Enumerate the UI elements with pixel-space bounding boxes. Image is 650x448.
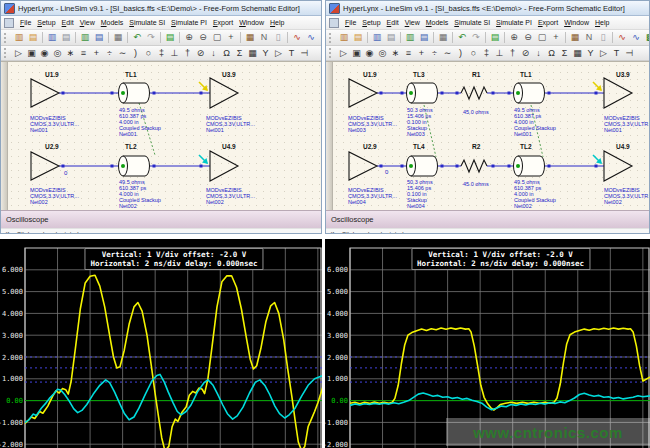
part-button-select[interactable]: ▷ [337, 47, 350, 60]
menu-item-setup[interactable]: Setup [34, 18, 58, 27]
pin-node[interactable] [595, 92, 598, 95]
pin-node[interactable] [456, 92, 459, 95]
part-button-via[interactable]: ◎ [51, 47, 64, 60]
menu-item-models[interactable]: Models [98, 18, 127, 27]
pin-node[interactable] [200, 92, 203, 95]
schematic-canvas[interactable]: U1.9MODvsEZIBISCMOS,3.3V,ULTR...Net001TL… [1, 61, 321, 210]
component-tl2[interactable]: TL249.5 ohms610.387 ps4.000 inCoupled St… [514, 143, 556, 209]
part-button-bracket[interactable]: ) [454, 47, 467, 60]
component-r2[interactable]: R245.0 ohms [461, 143, 489, 187]
toolbar-button-stackup-editor[interactable]: ▤ [163, 31, 177, 44]
toolbar-button-open[interactable]: ▥ [337, 31, 351, 44]
part-button-junction-star[interactable]: ∗ [389, 47, 402, 60]
component-u2-9[interactable]: U2.9MODvsEZIBISCMOS,3.3V,ULTR...Net004 [348, 143, 397, 205]
toolbar-grip[interactable] [4, 48, 9, 58]
part-button-select[interactable]: ▷ [12, 47, 25, 60]
toolbar-button-open[interactable]: ▥ [12, 31, 26, 44]
toolbar-button-print[interactable]: ▦ [436, 31, 450, 44]
part-button-net[interactable]: ≡ [77, 47, 90, 60]
child-window-icon[interactable] [329, 18, 339, 28]
toolbar-button-new-sheet[interactable]: ▯ [271, 31, 285, 44]
toolbar-grip[interactable] [329, 48, 334, 58]
component-u4-9[interactable]: U4.9MODvsEZIBISCMOS,3.3V,ULTR...Net002 [199, 143, 255, 205]
title-bar[interactable]: HyperLynx - LineSim v9.1 - [SI_basics.ff… [326, 1, 649, 16]
component-u3-9[interactable]: U3.9MODvsEZIBISCMOS,3.3V,ULTR...Net001 [593, 71, 649, 133]
toolbar-button-zoom-window[interactable]: ▢ [210, 31, 224, 44]
part-button-decoupling-cap[interactable]: ▣ [25, 47, 38, 60]
pin-node[interactable] [401, 92, 404, 95]
part-button-inhibit[interactable]: ⊘ [519, 47, 532, 60]
part-button-terminator[interactable]: ⊣ [623, 47, 636, 60]
toolbar-button-edit-models[interactable]: ▤ [417, 31, 431, 44]
part-button-wye[interactable]: Y [259, 47, 272, 60]
toolbar-button-attach-probe[interactable]: ∿ [615, 31, 629, 44]
menu-item-file[interactable]: File [17, 18, 34, 27]
toolbar-button-netlist[interactable]: N [582, 31, 596, 44]
child-window-icon[interactable] [4, 18, 14, 28]
component-tl3[interactable]: TL350.3 ohms15.406 ps0.100 inStackupNet0… [407, 71, 438, 137]
pin-node[interactable] [62, 165, 65, 168]
pin-node[interactable] [111, 165, 114, 168]
probe-marker-yellow[interactable] [593, 82, 602, 91]
component-u4-9[interactable]: U4.9MODvsEZIBISCMOS,3.3V,ULTR...Net002 [593, 143, 649, 205]
toolbar-button-pan[interactable]: + [224, 31, 238, 44]
pin-node[interactable] [548, 92, 551, 95]
part-button-bracket[interactable]: ) [129, 47, 142, 60]
part-button-text[interactable]: T [610, 47, 623, 60]
menu-item-window[interactable]: Window [236, 18, 267, 27]
component-r1[interactable]: R145.0 ohms [461, 71, 489, 115]
part-button-ellipse[interactable]: ○ [142, 47, 155, 60]
toolbar-button-board-view[interactable]: ▦ [568, 31, 582, 44]
part-button-arc[interactable]: ∼ [441, 47, 454, 60]
menu-item-window[interactable]: Window [561, 18, 592, 27]
part-button-pulldown[interactable]: ↓ [532, 47, 545, 60]
menu-item-view[interactable]: View [77, 18, 98, 27]
part-button-coupled-lines[interactable]: ▦ [571, 47, 584, 60]
oscilloscope-pane-header[interactable]: Oscilloscope [1, 210, 321, 228]
menu-item-help[interactable]: Help [267, 18, 287, 27]
part-button-ic-buffer[interactable]: ◉ [363, 47, 376, 60]
part-button-arc[interactable]: ∼ [116, 47, 129, 60]
toolbar-grip[interactable] [4, 33, 9, 43]
part-button-capacitor[interactable]: ‡ [155, 47, 168, 60]
toolbar-button-save[interactable]: ▤ [26, 31, 40, 44]
toolbar-button-save[interactable]: ▤ [351, 31, 365, 44]
part-button-stub[interactable]: † [181, 47, 194, 60]
toolbar-button-run-oscilloscope[interactable]: ∿ [304, 31, 318, 44]
toolbar-button-undo[interactable]: ↶ [130, 31, 144, 44]
part-button-junction-star[interactable]: ∗ [64, 47, 77, 60]
part-button-series-element[interactable]: Σ [233, 47, 246, 60]
pin-node[interactable] [62, 92, 65, 95]
part-button-terminator[interactable]: ⊣ [298, 47, 311, 60]
part-button-ground[interactable]: ⊥ [168, 47, 181, 60]
toolbar-button-run-oscilloscope[interactable]: ∿ [629, 31, 643, 44]
menu-item-setup[interactable]: Setup [359, 18, 383, 27]
probe-marker-yellow[interactable] [199, 82, 208, 91]
part-button-ellipse[interactable]: ○ [467, 47, 480, 60]
part-button-inhibit[interactable]: ⊘ [194, 47, 207, 60]
toolbar-button-print[interactable]: ▦ [111, 31, 125, 44]
part-button-decoupling-cap[interactable]: ▣ [350, 47, 363, 60]
menu-item-edit[interactable]: Edit [59, 18, 77, 27]
part-button-add-node[interactable]: + [415, 47, 428, 60]
pin-node[interactable] [200, 165, 203, 168]
menu-item-models[interactable]: Models [423, 18, 452, 27]
pin-node[interactable] [508, 165, 511, 168]
menu-item-simulate-pi[interactable]: Simulate PI [168, 18, 210, 27]
part-button-splitter[interactable]: ÷ [103, 47, 116, 60]
toolbar-button-spreadsheet[interactable]: ▩ [643, 31, 649, 44]
toolbar-button-spreadsheet[interactable]: ▩ [318, 31, 321, 44]
pin-node[interactable] [401, 165, 404, 168]
pin-node[interactable] [380, 165, 383, 168]
menu-item-simulate-si[interactable]: Simulate SI [451, 18, 493, 27]
part-button-via[interactable]: ◎ [376, 47, 389, 60]
part-button-splitter[interactable]: ÷ [428, 47, 441, 60]
toolbar-button-netlist[interactable]: N [257, 31, 271, 44]
part-button-ic-buffer[interactable]: ◉ [38, 47, 51, 60]
toolbar-button-assign-models[interactable]: ▥ [78, 31, 92, 44]
menu-item-export[interactable]: Export [535, 18, 561, 27]
probe-marker-cyan[interactable] [593, 155, 602, 164]
part-button-text[interactable]: T [285, 47, 298, 60]
toolbar-button-undo[interactable]: ↶ [455, 31, 469, 44]
menu-item-file[interactable]: File [342, 18, 359, 27]
